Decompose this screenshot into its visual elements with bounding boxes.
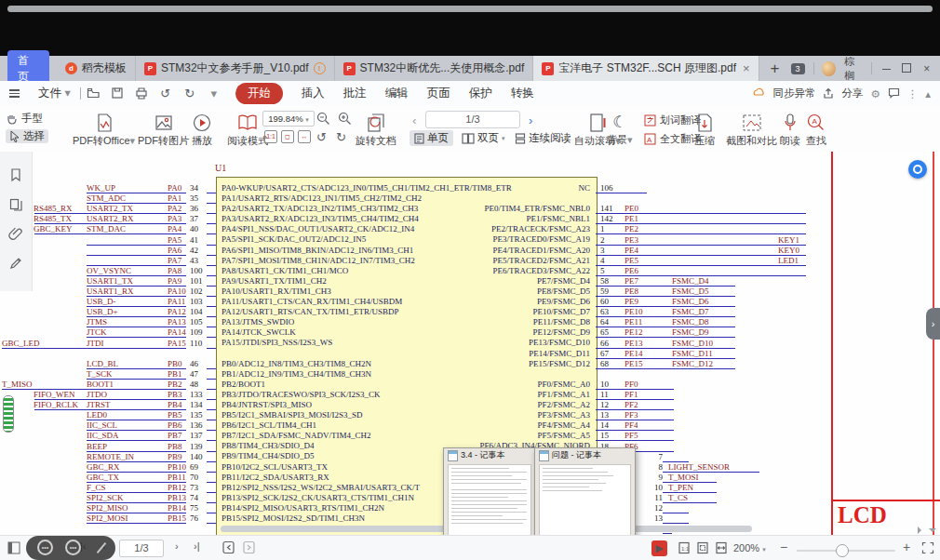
notepad-titlebar[interactable]: 3.4 - 记事本: [444, 448, 535, 462]
zoom-level-box[interactable]: 199.84% ▾: [262, 111, 315, 127]
pdf-to-office-button[interactable]: PDF转Office▾: [73, 113, 135, 148]
overlay-slash: [97, 542, 107, 553]
page-indicator-box[interactable]: 1/3: [425, 111, 520, 128]
single-page-button[interactable]: 单页: [410, 130, 453, 146]
zoom-in-icon[interactable]: [338, 112, 352, 127]
video-letterbox: [0, 0, 940, 56]
word-translate-button[interactable]: 划词翻译: [644, 113, 701, 127]
sheet-border-line: [933, 152, 934, 535]
page-number-box[interactable]: 1/3: [119, 540, 164, 557]
toggle-sidebar-icon[interactable]: [7, 541, 20, 556]
forward-view-icon[interactable]: [242, 540, 256, 556]
double-page-button[interactable]: 双页▾: [462, 131, 505, 145]
assistant-floating-button[interactable]: [908, 160, 927, 179]
redo-icon[interactable]: ↻: [182, 87, 197, 101]
left-panel-bar: [0, 152, 33, 291]
zoom-in-button[interactable]: +: [903, 540, 910, 554]
pin-row-lcd: 13: [646, 513, 860, 524]
tab-docer[interactable]: d 稻壳模板: [57, 56, 136, 81]
collapse-ribbon-icon[interactable]: ▴: [925, 87, 931, 100]
play-button[interactable]: ▶: [651, 540, 667, 556]
save-icon[interactable]: [110, 87, 125, 101]
video-progress-bar[interactable]: [7, 6, 933, 12]
single-page-view-icon[interactable]: 1:1: [678, 541, 691, 556]
notepad-text-area[interactable]: [539, 464, 631, 546]
notepad-titlebar[interactable]: 问题 - 记事本: [535, 448, 635, 462]
rotate-document-button[interactable]: 旋转文档: [356, 113, 396, 148]
annotate-pen-icon[interactable]: [8, 256, 23, 271]
pdf-to-image-button[interactable]: PDF转图片: [138, 113, 189, 148]
expand-right-panel-button[interactable]: ›: [926, 308, 940, 340]
full-translate-button[interactable]: A 全文翻译: [644, 132, 701, 146]
close-tab-icon[interactable]: ×: [743, 61, 750, 75]
continuous-read-button[interactable]: 连续阅读: [515, 131, 571, 145]
minimize-button[interactable]: [880, 62, 893, 75]
gear-icon[interactable]: ⚙: [870, 87, 880, 100]
video-overlay-widget[interactable]: ••• •••: [26, 536, 115, 560]
zoom-level-label[interactable]: 200% ▾: [733, 542, 766, 553]
compress-button[interactable]: 压缩: [694, 113, 715, 148]
select-tool-button[interactable]: 选择: [6, 129, 48, 143]
undo-icon[interactable]: ↺: [158, 87, 173, 101]
warning-icon: !: [314, 62, 326, 74]
notepad-text-area[interactable]: [448, 464, 531, 546]
zoom-out-icon[interactable]: [316, 112, 330, 127]
scroll-right-icon[interactable]: [918, 527, 925, 534]
user-name[interactable]: 棕榈: [844, 55, 863, 83]
bookmark-icon[interactable]: [8, 167, 23, 182]
hamburger-icon[interactable]: [9, 87, 20, 100]
tab-pdf-schematic-active[interactable]: P 宝洋电子 STM32F...SCH 原理图.pdf ×: [533, 56, 759, 81]
fit-width-view-icon[interactable]: [715, 541, 728, 556]
notification-badge[interactable]: 3: [791, 63, 805, 74]
share-button[interactable]: 分享: [841, 87, 863, 100]
menu-protect[interactable]: 保护: [469, 86, 492, 101]
menu-edit[interactable]: 编辑: [385, 86, 409, 101]
zoom-slider-knob[interactable]: [836, 544, 849, 557]
rotate-ccw-icon[interactable]: ↺: [316, 130, 327, 144]
zoom-out-button[interactable]: −: [780, 540, 787, 554]
new-tab-button[interactable]: +: [759, 60, 791, 78]
toolbar-more-icon[interactable]: ▾: [207, 87, 222, 101]
open-file-icon[interactable]: [86, 87, 101, 101]
scroll-down-icon[interactable]: [929, 528, 936, 535]
comment-icon[interactable]: [888, 87, 900, 100]
menu-convert[interactable]: 转换: [511, 86, 534, 101]
more-menu-icon[interactable]: ⋮: [907, 87, 919, 100]
background-button[interactable]: ☾ 背景▾: [607, 113, 633, 147]
menu-file[interactable]: 文件 ▾: [38, 86, 71, 101]
fit-actual-icon[interactable]: 1:1: [264, 130, 277, 143]
tab-pdf-concept[interactable]: P STM32中断优先...关使用概念.pdf: [335, 56, 534, 81]
moon-icon: ☾: [607, 113, 633, 132]
sync-error-icon: [752, 87, 765, 100]
rotate-cw-icon[interactable]: ↻: [336, 130, 346, 144]
avatar[interactable]: [822, 61, 836, 76]
restore-button[interactable]: [901, 62, 913, 75]
fit-width-icon[interactable]: ↔: [298, 130, 311, 143]
pin-row-lcd: 8 LIGHT_SENSOR: [646, 462, 860, 473]
fit-page-icon[interactable]: ◻: [281, 130, 294, 143]
fullscreen-icon[interactable]: [921, 541, 934, 556]
menu-start[interactable]: 开始: [235, 83, 283, 104]
menu-insert[interactable]: 插入: [302, 86, 325, 101]
attachment-icon[interactable]: [8, 226, 23, 241]
last-page-icon[interactable]: ›|: [194, 540, 200, 552]
sync-status[interactable]: 同步异常: [772, 87, 815, 100]
screenshot-compare-button[interactable]: 截图和对比: [726, 113, 777, 148]
read-aloud-button[interactable]: 朗读: [780, 113, 800, 148]
tab-pdf-manual[interactable]: P STM32中文参考手册_V10.pdf !: [136, 56, 335, 81]
next-page-icon[interactable]: ›: [529, 113, 532, 127]
notepad-icon: [539, 450, 549, 461]
next-page-icon[interactable]: ›: [175, 540, 179, 552]
close-window-button[interactable]: ×: [920, 62, 933, 75]
print-icon[interactable]: [134, 87, 149, 101]
thumbnails-icon[interactable]: [8, 197, 23, 212]
prev-page-icon[interactable]: ‹: [412, 113, 416, 127]
fit-page-view-icon[interactable]: [696, 541, 709, 556]
find-button[interactable]: A 查找: [806, 113, 826, 148]
back-view-icon[interactable]: [222, 540, 235, 556]
page-scroll-slider[interactable]: [3, 395, 14, 433]
play-slideshow-button[interactable]: 播放: [192, 113, 212, 148]
menu-page[interactable]: 页面: [427, 86, 450, 101]
hand-tool-button[interactable]: 手型: [6, 112, 48, 126]
menu-annotate[interactable]: 批注: [343, 86, 367, 101]
